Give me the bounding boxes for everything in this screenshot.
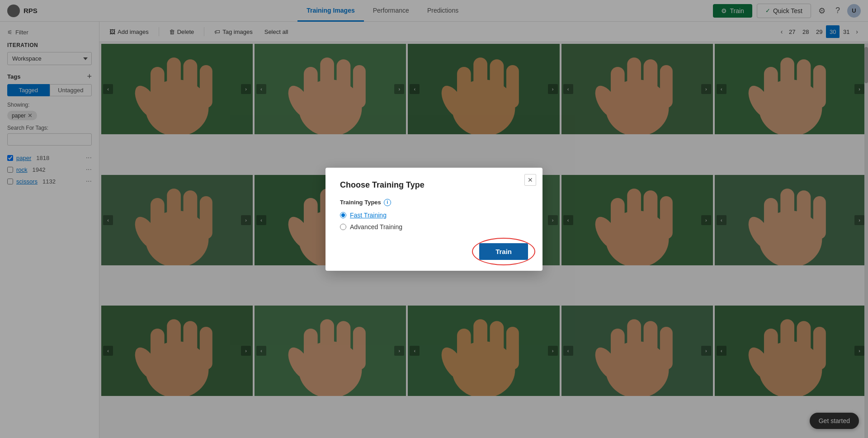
modal-footer: Train: [340, 243, 528, 260]
training-types-label: Training Types i: [340, 199, 528, 206]
info-icon[interactable]: i: [384, 199, 391, 206]
modal-close-button[interactable]: ✕: [524, 174, 536, 186]
advanced-training-option[interactable]: Advanced Training: [340, 223, 528, 231]
modal-title: Choose Training Type: [340, 180, 528, 190]
training-options: Fast Training Advanced Training: [340, 212, 528, 231]
advanced-training-radio[interactable]: [340, 224, 346, 230]
close-icon: ✕: [528, 176, 533, 184]
fast-training-option[interactable]: Fast Training: [340, 212, 528, 219]
modal-choose-training-type: Choose Training Type ✕ Training Types i …: [326, 168, 542, 271]
advanced-training-label: Advanced Training: [350, 223, 402, 231]
fast-training-label: Fast Training: [350, 212, 387, 219]
modal-overlay[interactable]: Choose Training Type ✕ Training Types i …: [0, 0, 868, 438]
fast-training-radio[interactable]: [340, 212, 346, 218]
modal-train-button[interactable]: Train: [479, 243, 528, 260]
